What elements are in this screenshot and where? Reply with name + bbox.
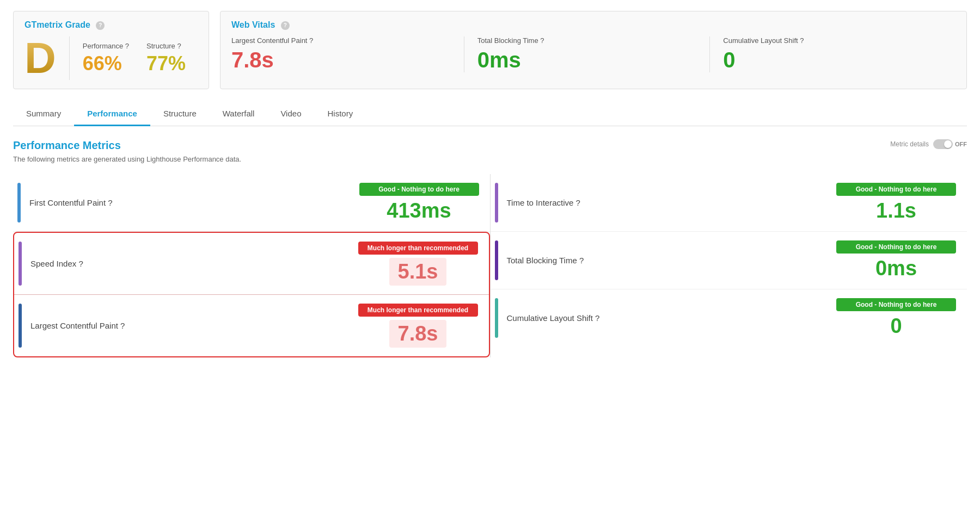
cls-info: Cumulative Layout Shift ? xyxy=(507,313,837,323)
metric-details-label: Metric details xyxy=(890,140,929,148)
grade-letter-box: D xyxy=(24,36,70,80)
lcp-vital: Largest Contentful Paint ? 7.8s xyxy=(231,36,464,72)
lcp-metric: Largest Contentful Paint ? Much longer t… xyxy=(14,295,489,356)
web-vitals-title: Web Vitals ? xyxy=(231,20,955,30)
structure-value: 77% xyxy=(146,52,186,75)
si-bar xyxy=(19,242,22,286)
tti-result: Good - Nothing to do here 1.1s xyxy=(836,183,956,223)
cls-metric: Cumulative Layout Shift ? Good - Nothing… xyxy=(491,289,967,347)
si-title: Speed Index ? xyxy=(30,259,83,268)
grade-letter: D xyxy=(24,36,56,80)
cls-help-icon[interactable]: ? xyxy=(595,313,599,323)
performance-value: 66% xyxy=(83,52,129,75)
performance-help-icon[interactable]: ? xyxy=(125,42,129,50)
structure-help-icon[interactable]: ? xyxy=(177,42,181,50)
fcp-bar xyxy=(17,183,21,223)
tab-video[interactable]: Video xyxy=(267,102,314,126)
lcp-metric-value: 7.8s xyxy=(358,320,478,348)
tbt-badge: Good - Nothing to do here xyxy=(836,240,956,254)
lcp-metric-help-icon[interactable]: ? xyxy=(120,321,125,330)
tbt-info: Total Blocking Time ? xyxy=(507,256,837,265)
tab-performance[interactable]: Performance xyxy=(74,102,150,126)
toggle-track[interactable] xyxy=(933,139,953,149)
performance-label: Performance ? xyxy=(83,42,129,50)
tab-summary[interactable]: Summary xyxy=(13,102,74,126)
cls-label: Cumulative Layout Shift ? xyxy=(723,36,942,45)
fcp-title: First Contentful Paint ? xyxy=(29,198,113,207)
si-result: Much longer than recommended 5.1s xyxy=(358,242,478,286)
gtmetrix-grade-panel: GTmetrix Grade ? D Performance ? 66% Str… xyxy=(13,11,209,89)
tti-badge: Good - Nothing to do here xyxy=(836,183,956,196)
gtmetrix-grade-title: GTmetrix Grade ? xyxy=(24,20,198,30)
fcp-value: 413ms xyxy=(359,199,479,223)
structure-metric: Structure ? 77% xyxy=(146,42,186,75)
fcp-metric: First Contentful Paint ? Good - Nothing … xyxy=(13,174,490,232)
web-vitals-panel: Web Vitals ? Largest Contentful Paint ? … xyxy=(220,11,967,89)
toggle-switch[interactable]: OFF xyxy=(933,139,967,149)
fcp-help-icon[interactable]: ? xyxy=(108,198,112,207)
lcp-value: 7.8s xyxy=(231,48,451,72)
toggle-thumb xyxy=(944,140,952,148)
tab-waterfall[interactable]: Waterfall xyxy=(210,102,268,126)
cls-badge: Good - Nothing to do here xyxy=(836,298,956,311)
structure-label: Structure ? xyxy=(146,42,186,50)
fcp-result: Good - Nothing to do here 413ms xyxy=(359,183,479,223)
tti-value: 1.1s xyxy=(836,199,956,223)
perf-col-right: Time to Interactive ? Good - Nothing to … xyxy=(491,174,967,357)
cls-value: 0 xyxy=(723,48,942,72)
gtmetrix-help-icon[interactable]: ? xyxy=(96,21,105,30)
gtmetrix-title-text: GTmetrix Grade xyxy=(24,20,90,29)
cls-bar xyxy=(495,298,498,338)
tti-metric: Time to Interactive ? Good - Nothing to … xyxy=(491,174,967,232)
lcp-help-icon[interactable]: ? xyxy=(309,36,313,45)
tbt-result: Good - Nothing to do here 0ms xyxy=(836,240,956,280)
perf-col-left: First Contentful Paint ? Good - Nothing … xyxy=(13,174,491,357)
performance-metric: Performance ? 66% xyxy=(83,42,129,75)
tbt-vital: Total Blocking Time ? 0ms xyxy=(464,36,710,72)
lcp-label: Largest Contentful Paint ? xyxy=(231,36,451,45)
tbt-bar xyxy=(495,240,498,280)
si-metric: Speed Index ? Much longer than recommend… xyxy=(14,233,489,295)
tti-info: Time to Interactive ? xyxy=(507,198,837,207)
lcp-metric-title: Largest Contentful Paint ? xyxy=(30,321,125,330)
tbt-help-icon[interactable]: ? xyxy=(579,256,584,265)
performance-metrics-section: Performance Metrics The following metric… xyxy=(13,139,967,357)
section-subtitle: The following metrics are generated usin… xyxy=(13,155,241,163)
tbt-help-icon[interactable]: ? xyxy=(540,36,544,45)
tbt-metric: Total Blocking Time ? Good - Nothing to … xyxy=(491,232,967,289)
tti-title: Time to Interactive ? xyxy=(507,198,580,207)
section-title: Performance Metrics xyxy=(13,139,241,152)
tti-help-icon[interactable]: ? xyxy=(576,198,580,207)
tabs-container: Summary Performance Structure Waterfall … xyxy=(13,102,967,126)
tbt-title: Total Blocking Time ? xyxy=(507,256,584,265)
cls-title: Cumulative Layout Shift ? xyxy=(507,313,600,323)
si-badge: Much longer than recommended xyxy=(358,242,478,255)
web-vitals-help-icon[interactable]: ? xyxy=(281,21,290,30)
toggle-label: OFF xyxy=(955,141,967,147)
cls-result: Good - Nothing to do here 0 xyxy=(836,298,956,338)
lcp-metric-badge: Much longer than recommended xyxy=(358,304,478,317)
grade-content: D Performance ? 66% Structure ? 77% xyxy=(24,36,198,80)
highlighted-metrics-box: Speed Index ? Much longer than recommend… xyxy=(13,232,490,357)
tbt-label: Total Blocking Time ? xyxy=(477,36,697,45)
lcp-metric-result: Much longer than recommended 7.8s xyxy=(358,304,478,348)
cls-help-icon[interactable]: ? xyxy=(800,36,804,45)
tbt-value: 0ms xyxy=(477,48,697,72)
lcp-info: Largest Contentful Paint ? xyxy=(30,321,358,330)
tti-bar xyxy=(495,183,498,223)
vitals-content: Largest Contentful Paint ? 7.8s Total Bl… xyxy=(231,36,955,72)
tab-history[interactable]: History xyxy=(314,102,366,126)
perf-columns: First Contentful Paint ? Good - Nothing … xyxy=(13,174,967,357)
metric-details-toggle: Metric details OFF xyxy=(890,139,967,149)
si-value: 5.1s xyxy=(358,258,478,286)
cls-value-display: 0 xyxy=(836,314,956,338)
si-help-icon[interactable]: ? xyxy=(78,259,83,268)
fcp-info: First Contentful Paint ? xyxy=(29,198,359,207)
tab-structure[interactable]: Structure xyxy=(150,102,210,126)
lcp-bar xyxy=(19,304,22,348)
tbt-value-display: 0ms xyxy=(836,257,956,280)
fcp-badge: Good - Nothing to do here xyxy=(359,183,479,196)
cls-vital: Cumulative Layout Shift ? 0 xyxy=(710,36,955,72)
grade-metrics: Performance ? 66% Structure ? 77% xyxy=(83,42,186,75)
si-info: Speed Index ? xyxy=(30,259,358,268)
